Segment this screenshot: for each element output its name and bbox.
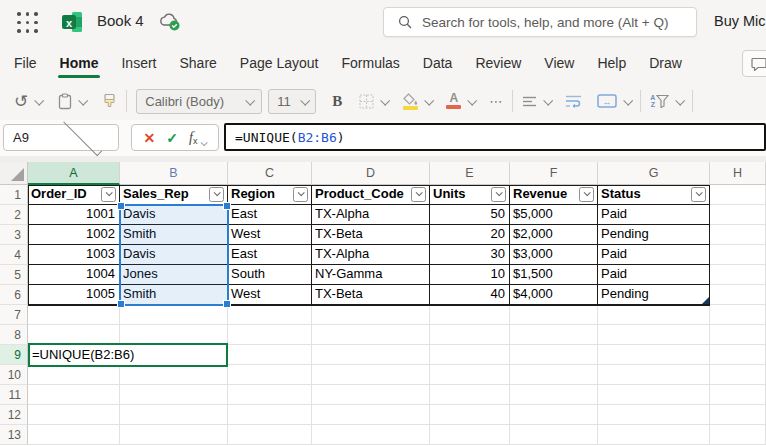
row-header-5[interactable]: 5 xyxy=(0,265,28,285)
merge-cells-chevron-icon[interactable] xyxy=(624,95,634,105)
cell-D5[interactable]: NY-Gamma xyxy=(312,265,430,285)
cell-C12[interactable] xyxy=(228,405,312,425)
cell-H8[interactable] xyxy=(710,325,766,345)
cell-C1[interactable]: Region xyxy=(228,185,312,205)
cell-B3[interactable]: Smith xyxy=(120,225,228,245)
name-box-chevron-icon[interactable] xyxy=(63,117,102,156)
cell-D9[interactable] xyxy=(312,345,430,365)
cell-D11[interactable] xyxy=(312,385,430,405)
cell-A6[interactable]: 1005 xyxy=(28,285,120,305)
alignment-button[interactable] xyxy=(522,95,551,108)
cell-F11[interactable] xyxy=(510,385,598,405)
fill-color-button[interactable] xyxy=(402,93,432,110)
cell-A8[interactable] xyxy=(28,325,120,345)
ribbon-tab-file[interactable]: File xyxy=(12,49,39,77)
column-header-e[interactable]: E xyxy=(430,162,510,185)
fill-color-chevron-icon[interactable] xyxy=(425,95,435,105)
ribbon-tab-insert[interactable]: Insert xyxy=(119,49,158,77)
row-header-1[interactable]: 1 xyxy=(0,185,28,205)
cell-H7[interactable] xyxy=(710,305,766,325)
cell-A11[interactable] xyxy=(28,385,120,405)
undo-dropdown-chevron-icon[interactable] xyxy=(35,95,45,105)
cell-F12[interactable] xyxy=(510,405,598,425)
cell-C6[interactable]: West xyxy=(228,285,312,305)
cell-F13[interactable] xyxy=(510,425,598,445)
cell-H6[interactable] xyxy=(710,285,766,305)
cell-D13[interactable] xyxy=(312,425,430,445)
cell-D10[interactable] xyxy=(312,365,430,385)
cell-G5[interactable]: Paid xyxy=(598,265,710,285)
cell-C11[interactable] xyxy=(228,385,312,405)
row-header-7[interactable]: 7 xyxy=(0,305,28,325)
row-header-9[interactable]: 9 xyxy=(0,345,28,365)
cell-C10[interactable] xyxy=(228,365,312,385)
cell-C7[interactable] xyxy=(228,305,312,325)
cell-H4[interactable] xyxy=(710,245,766,265)
table-resize-handle[interactable] xyxy=(702,297,709,304)
cell-B13[interactable] xyxy=(120,425,228,445)
cell-E1[interactable]: Units xyxy=(430,185,510,205)
cell-G10[interactable] xyxy=(598,365,710,385)
wrap-text-button[interactable] xyxy=(565,94,582,108)
cell-C4[interactable]: East xyxy=(228,245,312,265)
cell-E12[interactable] xyxy=(430,405,510,425)
cell-F4[interactable]: $3,000 xyxy=(510,245,598,265)
ribbon-tab-home[interactable]: Home xyxy=(58,49,101,77)
cell-F6[interactable]: $4,000 xyxy=(510,285,598,305)
cell-D7[interactable] xyxy=(312,305,430,325)
select-all-corner[interactable] xyxy=(0,162,28,185)
paste-button[interactable] xyxy=(58,93,86,110)
filter-dropdown-sales_rep[interactable] xyxy=(209,187,224,202)
cell-H5[interactable] xyxy=(710,265,766,285)
row-header-11[interactable]: 11 xyxy=(0,385,28,405)
cell-A3[interactable]: 1002 xyxy=(28,225,120,245)
font-color-chevron-icon[interactable] xyxy=(468,95,478,105)
column-header-c[interactable]: C xyxy=(228,162,312,185)
filter-dropdown-product_code[interactable] xyxy=(411,187,426,202)
ribbon-tab-formulas[interactable]: Formulas xyxy=(339,49,401,77)
ribbon-tab-data[interactable]: Data xyxy=(421,49,455,77)
cell-C2[interactable]: East xyxy=(228,205,312,225)
cell-F1[interactable]: Revenue xyxy=(510,185,598,205)
cell-B5[interactable]: Jones xyxy=(120,265,228,285)
ribbon-tab-draw[interactable]: Draw xyxy=(647,49,684,77)
app-launcher-icon[interactable] xyxy=(17,12,39,34)
more-font-options-button[interactable]: ⋯ xyxy=(489,94,503,109)
cell-D6[interactable]: TX-Beta xyxy=(312,285,430,305)
cell-H11[interactable] xyxy=(710,385,766,405)
cell-E8[interactable] xyxy=(430,325,510,345)
cell-A7[interactable] xyxy=(28,305,120,325)
cell-H2[interactable] xyxy=(710,205,766,225)
row-header-10[interactable]: 10 xyxy=(0,365,28,385)
row-header-4[interactable]: 4 xyxy=(0,245,28,265)
cell-B1[interactable]: Sales_Rep xyxy=(120,185,228,205)
workbook-title[interactable]: Book 4 xyxy=(97,12,144,29)
cell-B12[interactable] xyxy=(120,405,228,425)
cell-A12[interactable] xyxy=(28,405,120,425)
cell-G3[interactable]: Pending xyxy=(598,225,710,245)
cell-B4[interactable]: Davis xyxy=(120,245,228,265)
column-header-g[interactable]: G xyxy=(598,162,710,185)
cell-E5[interactable]: 10 xyxy=(430,265,510,285)
cell-F8[interactable] xyxy=(510,325,598,345)
ribbon-tab-view[interactable]: View xyxy=(542,49,576,77)
column-header-h[interactable]: H xyxy=(710,162,766,185)
paste-dropdown-chevron-icon[interactable] xyxy=(79,95,89,105)
cell-G12[interactable] xyxy=(598,405,710,425)
cell-G9[interactable] xyxy=(598,345,710,365)
column-header-b[interactable]: B xyxy=(120,162,228,185)
sort-filter-button[interactable]: AZ xyxy=(650,94,683,108)
cell-D4[interactable]: TX-Alpha xyxy=(312,245,430,265)
column-header-f[interactable]: F xyxy=(510,162,598,185)
column-header-a[interactable]: A xyxy=(28,162,120,185)
filter-dropdown-revenue[interactable] xyxy=(579,187,594,202)
cell-B8[interactable] xyxy=(120,325,228,345)
row-header-2[interactable]: 2 xyxy=(0,205,28,225)
cell-F5[interactable]: $1,500 xyxy=(510,265,598,285)
cell-D2[interactable]: TX-Alpha xyxy=(312,205,430,225)
cell-G11[interactable] xyxy=(598,385,710,405)
row-header-6[interactable]: 6 xyxy=(0,285,28,305)
insert-function-button[interactable]: fx xyxy=(189,130,206,146)
cell-G7[interactable] xyxy=(598,305,710,325)
cell-F10[interactable] xyxy=(510,365,598,385)
